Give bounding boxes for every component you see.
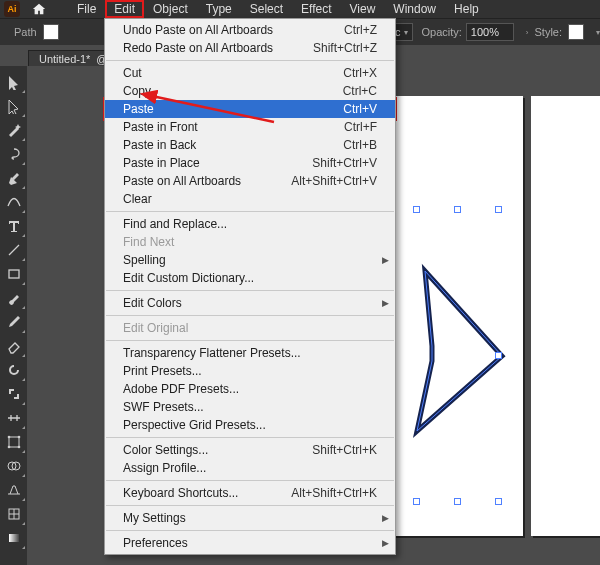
menu-item-label: Undo Paste on All Artboards [123, 23, 344, 37]
menubar-item-window[interactable]: Window [384, 0, 445, 18]
menu-item-swf-presets[interactable]: SWF Presets... [105, 398, 395, 416]
menu-item-adobe-pdf-presets[interactable]: Adobe PDF Presets... [105, 380, 395, 398]
tool-pencil[interactable] [1, 310, 26, 334]
selection-handle[interactable] [495, 498, 502, 505]
selection-handle[interactable] [413, 498, 420, 505]
menubar-item-effect[interactable]: Effect [292, 0, 340, 18]
tool-eraser[interactable] [1, 334, 26, 358]
selection-handle[interactable] [413, 206, 420, 213]
menu-item-undo-paste-on-all-artboards[interactable]: Undo Paste on All ArtboardsCtrl+Z [105, 21, 395, 39]
menu-item-spelling[interactable]: Spelling▶ [105, 251, 395, 269]
svg-point-4 [7, 446, 10, 449]
svg-marker-10 [417, 271, 502, 431]
menubar-item-select[interactable]: Select [241, 0, 292, 18]
menubar-item-file[interactable]: File [68, 0, 105, 18]
tool-lasso[interactable] [1, 142, 26, 166]
selection-handle[interactable] [454, 498, 461, 505]
menu-item-shortcut: Ctrl+F [344, 120, 377, 134]
menu-item-perspective-grid-presets[interactable]: Perspective Grid Presets... [105, 416, 395, 434]
tool-rotate[interactable] [1, 358, 26, 382]
opacity-field[interactable]: 100% [466, 23, 514, 41]
menu-item-paste-in-back[interactable]: Paste in BackCtrl+B [105, 136, 395, 154]
menu-item-shortcut: Shift+Ctrl+K [312, 443, 377, 457]
tool-width[interactable] [1, 406, 26, 430]
tool-type[interactable] [1, 214, 26, 238]
submenu-arrow-icon: ▶ [382, 538, 389, 548]
menu-item-paste-on-all-artboards[interactable]: Paste on All ArtboardsAlt+Shift+Ctrl+V [105, 172, 395, 190]
menu-item-label: Print Presets... [123, 364, 377, 378]
tool-magic-wand[interactable] [1, 118, 26, 142]
menu-item-shortcut: Ctrl+X [343, 66, 377, 80]
path-label: Path [14, 26, 37, 38]
fill-swatch[interactable] [43, 24, 59, 40]
tool-shape-builder[interactable] [1, 454, 26, 478]
menubar-item-type[interactable]: Type [197, 0, 241, 18]
menu-item-label: Adobe PDF Presets... [123, 382, 377, 396]
tool-free-transform[interactable] [1, 430, 26, 454]
menu-item-label: Perspective Grid Presets... [123, 418, 377, 432]
tool-direct-selection[interactable] [1, 94, 26, 118]
tool-mesh[interactable] [1, 502, 26, 526]
menubar-item-edit[interactable]: Edit [105, 0, 144, 18]
menu-item-label: Edit Original [123, 321, 377, 335]
menu-item-transparency-flattener-presets[interactable]: Transparency Flattener Presets... [105, 344, 395, 362]
menu-item-shortcut: Shift+Ctrl+Z [313, 41, 377, 55]
tool-rectangle[interactable] [1, 262, 26, 286]
menu-item-edit-colors[interactable]: Edit Colors▶ [105, 294, 395, 312]
menu-item-keyboard-shortcuts[interactable]: Keyboard Shortcuts...Alt+Shift+Ctrl+K [105, 484, 395, 502]
toolbar [0, 66, 27, 565]
svg-point-5 [17, 446, 20, 449]
menu-item-label: Transparency Flattener Presets... [123, 346, 377, 360]
menu-item-shortcut: Alt+Shift+Ctrl+K [291, 486, 377, 500]
menu-item-label: Paste in Place [123, 156, 312, 170]
tool-line[interactable] [1, 238, 26, 262]
menu-item-paste[interactable]: PasteCtrl+V [105, 100, 395, 118]
style-chevron-icon[interactable]: ▾ [596, 28, 600, 37]
tool-perspective-grid[interactable] [1, 478, 26, 502]
selection-handle[interactable] [495, 352, 502, 359]
menu-item-label: Assign Profile... [123, 461, 377, 475]
menu-item-paste-in-place[interactable]: Paste in PlaceShift+Ctrl+V [105, 154, 395, 172]
menubar-item-object[interactable]: Object [144, 0, 197, 18]
tool-gradient[interactable] [1, 526, 26, 550]
menu-item-copy[interactable]: CopyCtrl+C [105, 82, 395, 100]
menubar-item-view[interactable]: View [341, 0, 385, 18]
tool-pen[interactable] [1, 166, 26, 190]
style-label: Style: [534, 26, 562, 38]
menu-item-label: Spelling [123, 253, 377, 267]
menu-item-label: Redo Paste on All Artboards [123, 41, 313, 55]
menubar-item-help[interactable]: Help [445, 0, 488, 18]
menu-item-cut[interactable]: CutCtrl+X [105, 64, 395, 82]
menu-item-label: Paste in Back [123, 138, 343, 152]
menu-item-find-and-replace[interactable]: Find and Replace... [105, 215, 395, 233]
menu-separator [106, 211, 394, 212]
menu-item-shortcut: Ctrl+B [343, 138, 377, 152]
selection-handle[interactable] [454, 206, 461, 213]
menu-item-redo-paste-on-all-artboards[interactable]: Redo Paste on All ArtboardsShift+Ctrl+Z [105, 39, 395, 57]
menu-item-color-settings[interactable]: Color Settings...Shift+Ctrl+K [105, 441, 395, 459]
menu-item-shortcut: Ctrl+Z [344, 23, 377, 37]
menu-item-edit-original: Edit Original [105, 319, 395, 337]
opacity-chevron-icon[interactable]: › [526, 28, 529, 37]
tool-paintbrush[interactable] [1, 286, 26, 310]
menu-separator [106, 480, 394, 481]
tool-selection[interactable] [1, 70, 26, 94]
submenu-arrow-icon: ▶ [382, 255, 389, 265]
menu-item-edit-custom-dictionary[interactable]: Edit Custom Dictionary... [105, 269, 395, 287]
menu-item-preferences[interactable]: Preferences▶ [105, 534, 395, 552]
tool-curvature[interactable] [1, 190, 26, 214]
style-swatch[interactable] [568, 24, 584, 40]
home-icon[interactable] [32, 2, 46, 16]
menu-item-clear[interactable]: Clear [105, 190, 395, 208]
menu-item-print-presets[interactable]: Print Presets... [105, 362, 395, 380]
menu-item-my-settings[interactable]: My Settings▶ [105, 509, 395, 527]
menu-item-label: Paste on All Artboards [123, 174, 291, 188]
menu-item-assign-profile[interactable]: Assign Profile... [105, 459, 395, 477]
selection-handle[interactable] [495, 206, 502, 213]
tool-scale[interactable] [1, 382, 26, 406]
menu-separator [106, 60, 394, 61]
submenu-arrow-icon: ▶ [382, 298, 389, 308]
menu-item-paste-in-front[interactable]: Paste in FrontCtrl+F [105, 118, 395, 136]
menu-item-shortcut: Ctrl+V [343, 102, 377, 116]
star-shape[interactable] [407, 216, 517, 516]
